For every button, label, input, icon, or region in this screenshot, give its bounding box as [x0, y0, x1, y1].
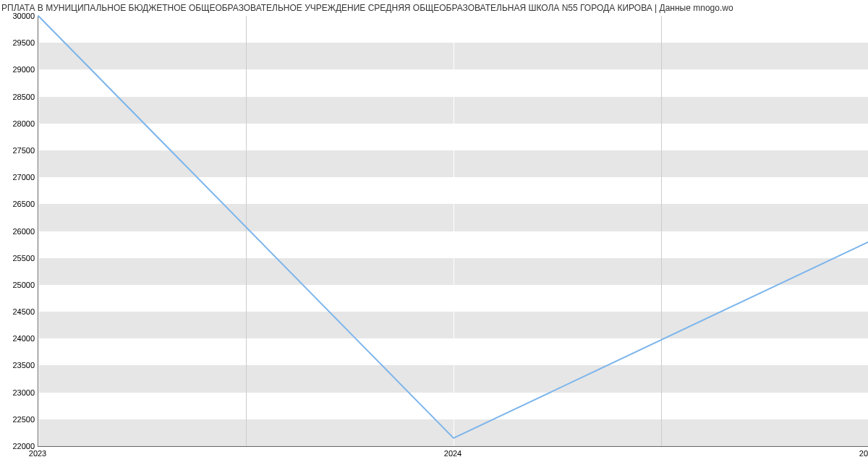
y-tick-label: 27500 [3, 146, 35, 155]
y-tick-label: 24500 [3, 307, 35, 316]
y-tick-label: 27000 [3, 173, 35, 181]
y-tick-label: 24000 [3, 334, 35, 343]
y-tick-label: 25500 [3, 254, 35, 262]
y-tick-label: 22500 [3, 415, 35, 424]
x-tick-label: 2025 [859, 449, 868, 458]
plot-area [38, 16, 868, 447]
y-tick-label: 23500 [3, 361, 35, 369]
y-tick-label: 23000 [3, 388, 35, 397]
y-tick-label: 25000 [3, 281, 35, 289]
y-tick-label: 29500 [3, 38, 35, 47]
y-tick-label: 26000 [3, 227, 35, 236]
y-tick-label: 28000 [3, 119, 35, 128]
x-tick-label: 2024 [444, 449, 461, 458]
chart-title: РПЛАТА В МУНИЦИПАЛЬНОЕ БЮДЖЕТНОЕ ОБЩЕОБР… [0, 3, 868, 13]
y-tick-label: 30000 [3, 12, 35, 20]
y-tick-label: 26500 [3, 200, 35, 208]
x-tick-label: 2023 [29, 449, 46, 458]
y-tick-label: 29000 [3, 65, 35, 74]
data-line [38, 16, 868, 446]
y-tick-label: 28500 [3, 93, 35, 101]
